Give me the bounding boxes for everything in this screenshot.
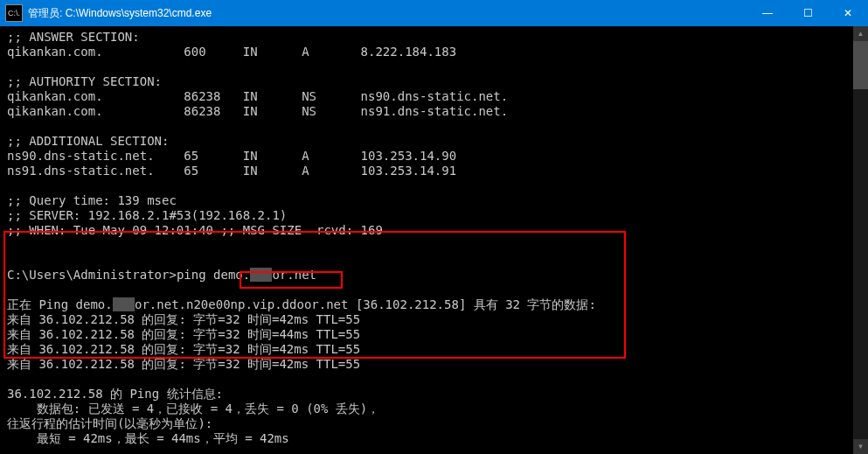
text-line: 来自 36.102.212.58 的回复: 字节=32 时间=42ms TTL=… [7,357,360,371]
minimize-button[interactable]: — [747,0,788,26]
maximize-button[interactable]: ☐ [788,0,828,26]
chevron-up-icon: ▲ [858,30,865,38]
terminal-area: ;; ANSWER SECTION: qikankan.com. 600 IN … [0,26,868,454]
vertical-scrollbar[interactable]: ▲ ▼ [853,26,868,454]
command-text: or.net [272,268,316,282]
scroll-down-button[interactable]: ▼ [853,439,868,454]
text-line: ;; Query time: 139 msec [7,193,177,207]
close-button[interactable]: ✕ [828,0,868,26]
text-line: ;; SERVER: 192.168.2.1#53(192.168.2.1) [7,208,287,222]
text-line: 36.102.212.58 的 Ping 统计信息: [7,387,223,401]
text-line: 数据包: 已发送 = 4，已接收 = 4，丢失 = 0 (0% 丢失)， [7,402,379,416]
text-line: ;; ANSWER SECTION: [7,30,140,44]
window-title: 管理员: C:\Windows\system32\cmd.exe [28,6,747,21]
text-line: qikankan.com. 600 IN A 8.222.184.183 [7,45,456,59]
cmd-icon: C:\. [5,4,23,22]
prompt-path: C:\Users\Administrator> [7,268,177,282]
text-line: ns91.dns-static.net. 65 IN A 103.253.14.… [7,164,456,178]
censored-text: xxx [113,297,135,311]
text-line: 正在 Ping demo. [7,297,113,311]
text-line: or.net.n20e00np.vip.ddoor.net [36.102.21… [135,297,596,311]
text-line: 往返行程的估计时间(以毫秒为单位): [7,416,212,430]
text-line: 来自 36.102.212.58 的回复: 字节=32 时间=42ms TTL=… [7,312,360,326]
text-line: 最短 = 42ms，最长 = 44ms，平均 = 42ms [7,431,289,445]
text-line: ;; ADDITIONAL SECTION: [7,134,169,148]
scrollbar-thumb[interactable] [853,41,868,89]
chevron-down-icon: ▼ [858,443,865,451]
censored-text: xxx [250,268,272,282]
terminal-output[interactable]: ;; ANSWER SECTION: qikankan.com. 600 IN … [0,26,868,454]
text-line: qikankan.com. 86238 IN NS ns90.dns-stati… [7,89,508,103]
text-line: qikankan.com. 86238 IN NS ns91.dns-stati… [7,104,508,118]
text-line: ;; AUTHORITY SECTION: [7,74,162,88]
text-line: 来自 36.102.212.58 的回复: 字节=32 时间=44ms TTL=… [7,327,360,341]
text-line: ns90.dns-static.net. 65 IN A 103.253.14.… [7,149,456,163]
text-line: 来自 36.102.212.58 的回复: 字节=32 时间=42ms TTL=… [7,342,360,356]
scroll-up-button[interactable]: ▲ [853,26,868,41]
window-controls: — ☐ ✕ [747,0,868,26]
text-line: ;; WHEN: Tue May 09 12:01:40 ;; MSG SIZE… [7,223,383,237]
scrollbar-track[interactable] [853,41,868,439]
window-titlebar: C:\. 管理员: C:\Windows\system32\cmd.exe — … [0,0,868,26]
command-text: ping demo. [177,268,250,282]
